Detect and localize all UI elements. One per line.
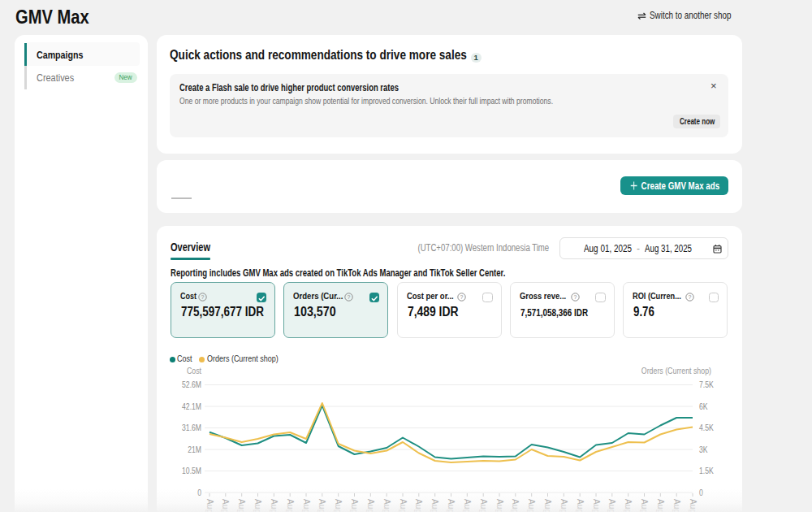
svg-text:1.5K: 1.5K [699,466,714,475]
svg-text:6K: 6K [699,401,708,411]
svg-text:7.5K: 7.5K [699,380,714,389]
svg-text:4.5K: 4.5K [699,423,714,432]
svg-text:Cost: Cost [187,366,201,375]
svg-text:52.6M: 52.6M [182,380,201,389]
svg-text:?: ? [460,294,463,300]
svg-text:31.6M: 31.6M [182,423,201,432]
svg-text:?: ? [348,294,351,300]
svg-text:?: ? [573,294,577,300]
svg-text:3K: 3K [699,445,708,454]
svg-text:?: ? [201,294,205,300]
svg-text:21M: 21M [188,445,201,454]
svg-text:42.1M: 42.1M [182,401,201,411]
svg-text:Orders (Current shop): Orders (Current shop) [641,366,711,375]
svg-text:?: ? [688,294,691,300]
svg-text:10.5M: 10.5M [182,466,201,475]
